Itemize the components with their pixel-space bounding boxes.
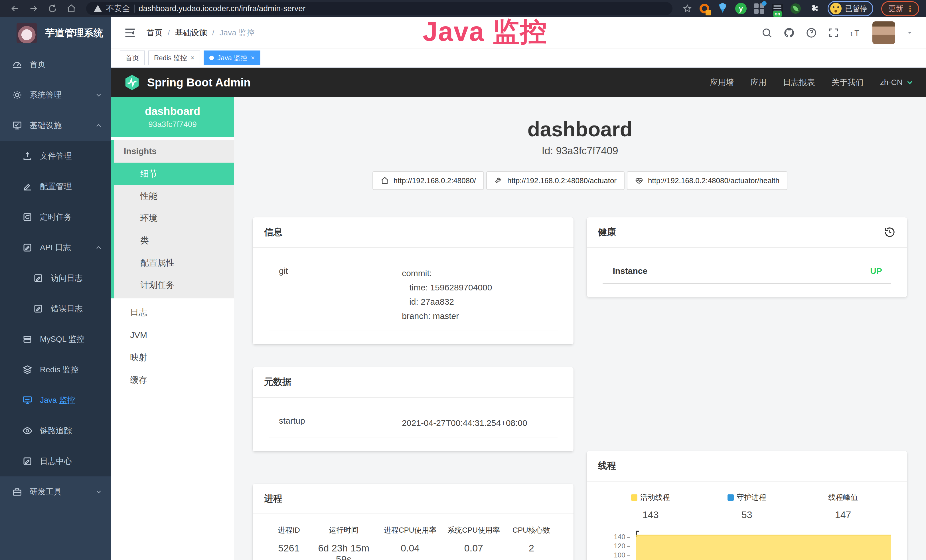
sba-nav-wallboard[interactable]: 应用墙	[710, 77, 734, 88]
sba-nav-applications[interactable]: 应用	[750, 77, 767, 88]
sba-frame: Spring Boot Admin 应用墙 应用 日志报表 关于我们 zh-CN	[111, 68, 926, 560]
sba-menu-metrics[interactable]: 性能	[114, 185, 234, 207]
sba-menu-logs[interactable]: 日志	[111, 301, 234, 324]
sba-menu-jvm[interactable]: JVM	[111, 324, 234, 346]
fullscreen-icon[interactable]	[828, 27, 839, 38]
chevron-up-icon	[95, 121, 103, 130]
breadcrumb-infrastructure[interactable]: 基础设施	[175, 27, 207, 38]
edit-icon	[22, 182, 33, 192]
app-sidebar: 芋道管理系统 首页 系统管理 基础设施 文件管理 配置管理	[0, 17, 111, 560]
link-url: http://192.168.0.2:48080/	[393, 176, 476, 185]
daemon-threads-value: 53	[699, 509, 795, 520]
browser-back-button[interactable]	[7, 1, 23, 17]
sba-menu-caches[interactable]: 缓存	[111, 369, 234, 391]
sba-menu-environment[interactable]: 环境	[114, 207, 234, 229]
sba-menu-mappings[interactable]: 映射	[111, 346, 234, 369]
sba-content: dashboard Id: 93a3fc7f7409 http://192.16…	[234, 97, 926, 560]
sidebar-collapse-icon[interactable]	[124, 27, 136, 39]
sba-brand[interactable]: Spring Boot Admin	[123, 74, 251, 91]
avatar-caret-icon[interactable]	[906, 29, 914, 36]
app-logo-row[interactable]: 芋道管理系统	[0, 17, 111, 49]
sba-nav-journal[interactable]: 日志报表	[783, 77, 815, 88]
y-axis-tick: 140	[602, 533, 630, 541]
extension-list-on-icon[interactable]: on	[771, 2, 784, 15]
extension-green-circle-icon[interactable]: y	[735, 2, 747, 15]
log-icon	[33, 304, 43, 314]
bookmark-star-icon[interactable]	[679, 1, 695, 17]
breadcrumb-home[interactable]: 首页	[147, 27, 163, 38]
wrench-icon	[494, 176, 503, 185]
sba-menu-scheduled-tasks[interactable]: 计划任务	[114, 274, 234, 296]
sba-language-select[interactable]: zh-CN	[880, 78, 914, 87]
font-size-icon[interactable]: tT	[850, 27, 861, 38]
tab-close-icon[interactable]: ×	[251, 54, 255, 61]
sidebar-item-tracing[interactable]: 链路追踪	[0, 415, 111, 446]
topbar-actions: tT	[761, 21, 914, 44]
sidebar-item-label: 配置管理	[40, 181, 72, 192]
sidebar-item-api-logs[interactable]: API 日志	[0, 232, 111, 263]
sidebar-item-error-logs[interactable]: 错误日志	[0, 293, 111, 324]
app-logo-image	[17, 23, 37, 43]
avatar[interactable]	[872, 21, 895, 44]
sidebar-item-mysql-monitor[interactable]: MySQL 监控	[0, 324, 111, 354]
dashboard-icon	[12, 59, 22, 70]
metadata-card: 元数据 startup 2021-04-27T00:44:31.254+08:0…	[253, 367, 573, 451]
search-icon[interactable]	[761, 27, 773, 38]
sidebar-item-scheduled-jobs[interactable]: 定时任务	[0, 202, 111, 232]
extension-pin-icon[interactable]	[716, 2, 729, 15]
sidebar-item-config-management[interactable]: 配置管理	[0, 171, 111, 202]
sidebar-item-label: 基础设施	[30, 120, 62, 131]
svg-text:t: t	[851, 30, 852, 37]
sba-menu-classes[interactable]: 类	[114, 229, 234, 251]
browser-menu-dots-icon[interactable]: ⋮	[906, 4, 914, 14]
live-threads-area	[636, 534, 891, 560]
sidebar-item-java-monitor[interactable]: Java 监控	[0, 385, 111, 415]
browser-home-button[interactable]	[63, 1, 79, 17]
address-bar[interactable]: 不安全 dashboard.yudao.iocoder.cn/infra/adm…	[86, 2, 672, 15]
sba-menu-details[interactable]: 细节	[114, 163, 234, 185]
health-instance-row[interactable]: Instance UP	[602, 259, 891, 284]
info-card-title: 信息	[253, 217, 573, 248]
upload-icon	[22, 151, 33, 161]
tab-java-monitor[interactable]: Java 监控 ×	[204, 50, 260, 65]
sidebar-item-label: 错误日志	[51, 303, 83, 314]
instance-health-link[interactable]: http://192.168.0.2:48080/actuator/health	[627, 171, 787, 190]
eye-icon	[22, 425, 33, 436]
sidebar-item-log-center[interactable]: 日志中心	[0, 446, 111, 477]
tab-redis-monitor[interactable]: Redis 监控 ×	[148, 50, 200, 65]
sba-nav-about[interactable]: 关于我们	[832, 77, 864, 88]
legend-daemon-threads: 守护进程	[699, 492, 795, 502]
health-card: 健康 Instance UP	[587, 217, 908, 297]
sidebar-item-infrastructure[interactable]: 基础设施	[0, 110, 111, 141]
browser-profile-chip[interactable]: 已暂停	[828, 1, 873, 16]
instance-home-link[interactable]: http://192.168.0.2:48080/	[372, 171, 484, 190]
browser-forward-button[interactable]	[26, 1, 42, 17]
browser-update-button[interactable]: 更新 ⋮	[881, 1, 919, 16]
cards-column-left: 信息 git commit: time: 1596289704000 id: 2…	[253, 217, 573, 560]
help-icon[interactable]	[806, 27, 817, 38]
extension-orange-icon[interactable]	[698, 2, 711, 15]
tab-home[interactable]: 首页	[120, 50, 145, 65]
instance-actuator-link[interactable]: http://192.168.0.2:48080/actuator	[486, 171, 625, 190]
sba-instance-header[interactable]: dashboard 93a3fc7f7409	[111, 97, 234, 137]
info-row-label: git	[274, 266, 402, 323]
github-icon[interactable]	[784, 27, 795, 38]
history-icon[interactable]	[884, 226, 896, 238]
security-warning-label: 不安全	[106, 3, 130, 14]
sba-sidebar: dashboard 93a3fc7f7409 Insights 细节 性能 环境…	[111, 97, 234, 560]
sidebar-item-redis-monitor[interactable]: Redis 监控	[0, 354, 111, 385]
sidebar-item-system[interactable]: 系统管理	[0, 80, 111, 110]
extension-leaf-icon[interactable]	[790, 2, 802, 15]
sidebar-item-access-logs[interactable]: 访问日志	[0, 263, 111, 293]
sidebar-item-dev-tools[interactable]: 研发工具	[0, 477, 111, 507]
peak-threads-value: 147	[795, 509, 891, 520]
sba-menu-config-props[interactable]: 配置属性	[114, 251, 234, 274]
sidebar-item-home[interactable]: 首页	[0, 49, 111, 80]
extension-grid-icon[interactable]	[753, 2, 766, 15]
extensions-puzzle-icon[interactable]	[808, 2, 820, 15]
browser-reload-button[interactable]	[44, 1, 61, 17]
sba-language-label: zh-CN	[880, 78, 903, 87]
update-button-label: 更新	[888, 4, 903, 14]
tab-close-icon[interactable]: ×	[191, 54, 195, 61]
sidebar-item-file-management[interactable]: 文件管理	[0, 141, 111, 171]
